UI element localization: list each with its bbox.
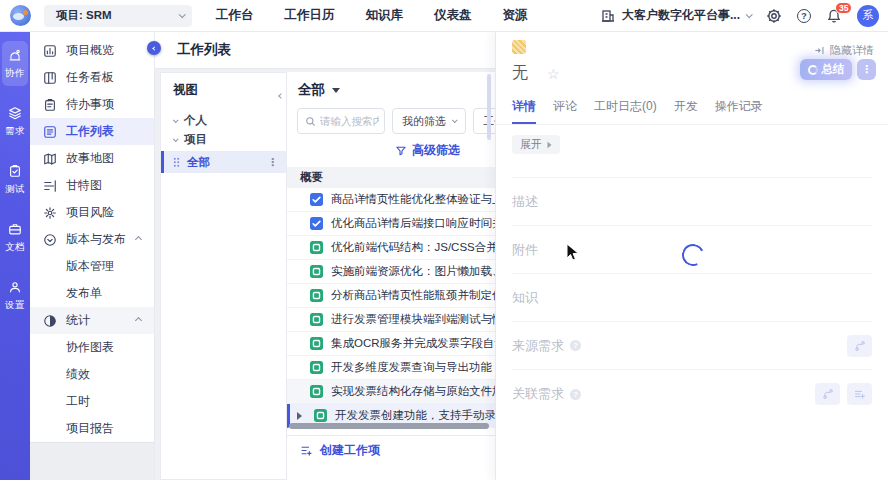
sidebar-item-project-report[interactable]: 项目报告 <box>30 415 154 442</box>
link-requirement-button[interactable] <box>847 335 872 357</box>
project-selector-label: 项目: SRM <box>56 8 112 23</box>
sidebar-item-label: 项目概览 <box>66 42 114 59</box>
sidebar-collapse-button[interactable] <box>147 41 161 55</box>
more-icon[interactable]: ⋮ <box>267 156 278 169</box>
detail-fields: 描述 附件 知识 来源需求 ? 关联需求 ? <box>496 178 888 418</box>
expand-button[interactable]: 展开 <box>512 135 560 154</box>
top-tab-calendar[interactable]: 工作日历 <box>285 7 335 24</box>
hide-details-button[interactable]: 隐藏详情 <box>814 43 874 58</box>
sidebar-item-release-form[interactable]: 发布单 <box>30 280 154 307</box>
sidebar-item-project-overview[interactable]: 项目概览 <box>30 37 154 64</box>
top-tab-wiki[interactable]: 知识库 <box>366 7 404 24</box>
collab-icon <box>8 48 22 62</box>
sidebar-item-label: 任务看板 <box>66 69 114 86</box>
top-nav-tabs: 工作台工作日历知识库仪表盘资源 <box>216 7 528 24</box>
info-icon: ? <box>570 389 581 400</box>
sidebar-item-work-list[interactable]: 工作列表 <box>30 118 154 145</box>
help-icon[interactable]: ? <box>797 9 811 23</box>
detail-tab-details[interactable]: 详情 <box>512 98 536 124</box>
field-label: 附件 <box>512 241 538 259</box>
horizontal-scrollbar[interactable] <box>289 423 489 429</box>
top-tab-dashboard[interactable]: 仪表盘 <box>434 7 472 24</box>
chevron-down-icon <box>173 117 179 123</box>
detail-tab-worklog[interactable]: 工时日志(0) <box>594 98 657 124</box>
summarize-button[interactable]: 总结 <box>800 59 852 80</box>
rail-item-docs[interactable]: 文档 <box>2 215 28 260</box>
caret-right-icon <box>548 141 552 147</box>
sidebar-item-todo-items[interactable]: 待办事项 <box>30 91 154 118</box>
link-requirement-button[interactable] <box>815 383 840 405</box>
sidebar-item-story-map[interactable]: 故事地图 <box>30 145 154 172</box>
settings-icon <box>8 280 22 294</box>
views-collapse-handle[interactable] <box>279 87 283 101</box>
search-input[interactable] <box>320 115 379 127</box>
view-group[interactable]: 个人 <box>161 111 286 130</box>
detail-panel: 隐藏详情 无 ☆ 总结 ⋮ 详情评论工时日志(0)开发操作记录 展开 描述 附件… <box>495 32 888 480</box>
story-icon <box>310 265 323 278</box>
building-icon <box>600 8 616 24</box>
avatar[interactable]: 系 <box>857 5 879 27</box>
rail-item-label: 需求 <box>5 125 25 138</box>
sidebar-item-version-release[interactable]: 版本与发布 <box>30 226 154 253</box>
top-tab-resources[interactable]: 资源 <box>503 7 528 24</box>
sidebar-items: 项目概览 任务看板 待办事项 工作列表 故事地图 甘特图 项目风险 版本与发布 <box>30 37 154 442</box>
vertical-scrollbar[interactable] <box>487 74 491 140</box>
org-switcher[interactable]: 大客户数字化平台事... <box>600 7 751 24</box>
add-requirement-button[interactable] <box>847 383 872 405</box>
gear-icon[interactable] <box>766 8 782 24</box>
sidebar-item-performance[interactable]: 绩效 <box>30 361 154 388</box>
bell-icon[interactable]: 35 <box>826 8 842 24</box>
field-source-requirement: 来源需求 ? <box>512 322 872 370</box>
sidebar-item-task-board[interactable]: 任务看板 <box>30 64 154 91</box>
sidebar-item-label: 故事地图 <box>66 150 114 167</box>
view-item-selected[interactable]: 全部 ⋮ <box>161 151 286 173</box>
view-group[interactable]: 项目 <box>161 130 286 149</box>
expander-icon[interactable] <box>297 412 306 420</box>
sidebar-item-label: 工作列表 <box>66 123 114 140</box>
search-icon <box>305 116 316 127</box>
chevron-down-icon <box>746 11 753 18</box>
project-selector[interactable]: 项目: SRM <box>44 5 192 27</box>
field-description: 描述 <box>512 178 872 226</box>
field-label: 来源需求 <box>512 337 564 355</box>
sidebar-item-label: 待办事项 <box>66 96 114 113</box>
sidebar-item-work-hours[interactable]: 工时 <box>30 388 154 415</box>
rail-item-label: 协作 <box>5 67 25 80</box>
gantt-icon <box>43 179 57 193</box>
detail-tab-history[interactable]: 操作记录 <box>715 98 763 124</box>
sidebar-item-label: 甘特图 <box>66 177 102 194</box>
test-icon <box>8 164 22 178</box>
sidebar-item-collab-charts[interactable]: 协作图表 <box>30 334 154 361</box>
sidebar-item-version-mgmt[interactable]: 版本管理 <box>30 253 154 280</box>
star-icon[interactable]: ☆ <box>547 66 560 82</box>
rail-item-settings[interactable]: 设置 <box>2 273 28 318</box>
detail-tab-comments[interactable]: 评论 <box>553 98 577 124</box>
app-logo-icon[interactable] <box>10 5 31 26</box>
detail-tab-dev[interactable]: 开发 <box>674 98 698 124</box>
rail-item-requirement[interactable]: 需求 <box>2 99 28 144</box>
collapse-right-icon <box>814 45 825 56</box>
rail-item-collab[interactable]: 协作 <box>2 41 28 86</box>
story-icon <box>314 409 327 422</box>
more-actions-button[interactable]: ⋮ <box>857 59 876 80</box>
release-icon <box>43 233 57 247</box>
stats-icon <box>43 314 57 328</box>
detail-tabs: 详情评论工时日志(0)开发操作记录 <box>496 84 888 125</box>
list-plus-icon <box>300 444 313 457</box>
rail-item-test[interactable]: 测试 <box>2 157 28 202</box>
overview-icon <box>43 44 57 58</box>
sidebar-item-project-risk[interactable]: 项目风险 <box>30 199 154 226</box>
drag-handle-icon[interactable] <box>173 157 180 167</box>
rail-item-label: 文档 <box>5 241 25 254</box>
sidebar-item-stats[interactable]: 统计 <box>30 307 154 334</box>
views-panel: 视图 个人 项目 全部 ⋮ <box>160 72 287 480</box>
notification-badge: 35 <box>835 2 852 15</box>
sidebar-item-label: 版本与发布 <box>66 231 126 248</box>
app-window: 项目: SRM 工作台工作日历知识库仪表盘资源 大客户数字化平台事... <box>0 0 888 480</box>
top-tab-workbench[interactable]: 工作台 <box>216 7 254 24</box>
my-filter-button[interactable]: 我的筛选 <box>392 108 466 134</box>
sidebar-item-gantt[interactable]: 甘特图 <box>30 172 154 199</box>
field-label: 关联需求 <box>512 385 564 403</box>
page-title: 工作列表 <box>177 41 231 59</box>
story-icon <box>310 313 323 326</box>
